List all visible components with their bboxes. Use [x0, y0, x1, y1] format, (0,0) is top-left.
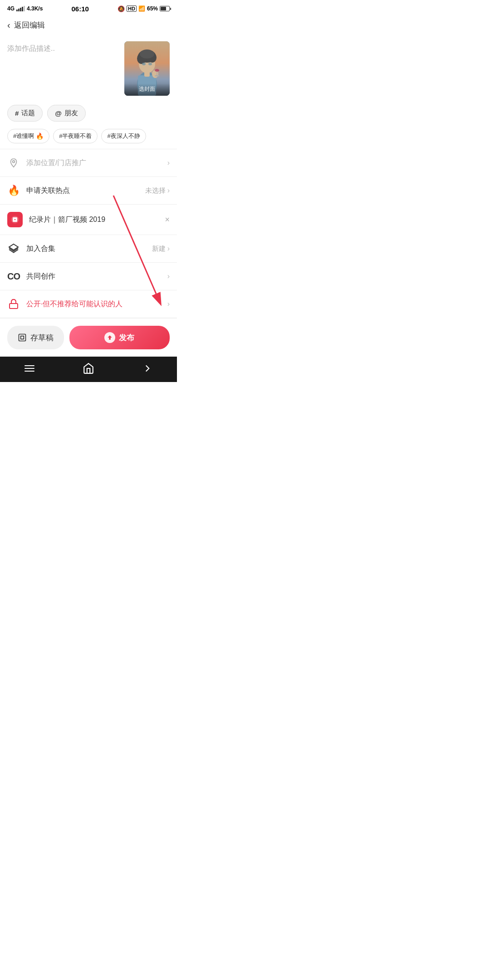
publish-label: 发布	[119, 333, 134, 343]
co-create-label: 共同创作	[26, 272, 55, 281]
svg-point-15	[13, 161, 15, 163]
privacy-content: 公开·但不推荐给可能认识的人 ›	[26, 299, 170, 309]
time-display: 06:10	[72, 5, 89, 13]
location-chevron: ›	[167, 159, 170, 167]
co-create-right: ›	[167, 272, 170, 280]
fire-icon-1: 🔥	[36, 132, 44, 140]
location-right: ›	[167, 159, 170, 167]
svg-point-14	[155, 75, 159, 77]
page: 4G 4.3K/s 06:10 🔕 HD 📶 65% ‹	[0, 0, 177, 382]
svg-point-12	[155, 69, 159, 72]
back-nav-icon	[142, 363, 153, 374]
location-svg	[9, 158, 19, 168]
location-label: 添加位置/门店推广	[26, 158, 86, 168]
wifi-icon: 📶	[138, 5, 145, 12]
alarm-icon: 🔕	[118, 5, 125, 12]
bottom-bar: 存草稿 发布	[0, 318, 177, 357]
hashtag-text-2: #半夜睡不着	[59, 132, 92, 140]
home-icon	[83, 363, 94, 374]
co-icon: CO	[7, 270, 20, 283]
back-button[interactable]: ‹	[7, 20, 10, 30]
svg-point-10	[148, 63, 152, 65]
hd-label: HD	[127, 5, 137, 12]
thumbnail-label[interactable]: 选封面	[124, 83, 170, 96]
nav-menu-button[interactable]	[16, 361, 43, 376]
friend-label: 朋友	[64, 109, 78, 118]
battery-label: 65%	[147, 5, 158, 12]
privacy-label: 公开·但不推荐给可能认识的人	[26, 299, 122, 309]
svg-point-8	[140, 49, 154, 59]
play-icon	[10, 215, 20, 224]
video-tag-close[interactable]: ×	[165, 215, 170, 225]
hashtag-chip-3[interactable]: #夜深人不静	[101, 129, 146, 143]
layers-svg	[8, 243, 19, 254]
upload-circle-icon	[104, 332, 115, 343]
svg-rect-26	[21, 337, 23, 339]
hotspot-content: 申请关联热点 未选择 ›	[26, 186, 170, 196]
main-content: 添加作品描述..	[0, 36, 177, 318]
mention-button[interactable]: @ 朋友	[47, 105, 86, 122]
hash-icon: #	[15, 109, 19, 117]
tags-row: # 话题 @ 朋友	[0, 101, 177, 125]
speed-label: 4.3K/s	[27, 5, 43, 12]
hashtags-row: #谁懂啊 🔥 #半夜睡不着 #夜深人不静	[0, 125, 177, 149]
co-create-chevron: ›	[167, 272, 170, 280]
menu-icon	[24, 365, 34, 372]
header-title: 返回编辑	[14, 20, 45, 30]
svg-point-19	[15, 219, 16, 220]
privacy-right: ›	[167, 300, 170, 308]
hotspot-chevron: ›	[167, 186, 170, 195]
draft-icon	[18, 333, 27, 342]
hashtag-text-3: #夜深人不静	[107, 132, 140, 140]
upload-arrow-icon	[107, 334, 113, 341]
header: ‹ 返回编辑	[0, 16, 177, 36]
description-input[interactable]: 添加作品描述..	[7, 41, 119, 54]
hotspot-right: 未选择 ›	[145, 186, 170, 195]
hotspot-icon: 🔥	[7, 184, 20, 197]
topic-button[interactable]: # 话题	[7, 105, 43, 122]
nav-home-button[interactable]	[75, 361, 102, 376]
collection-content: 加入合集 新建 ›	[26, 244, 170, 254]
draft-label: 存草稿	[30, 333, 54, 343]
co-create-row[interactable]: CO 共同创作 ›	[0, 263, 177, 290]
svg-point-9	[142, 63, 146, 65]
hashtag-chip-1[interactable]: #谁懂啊 🔥	[7, 129, 49, 143]
co-create-content: 共同创作 ›	[26, 272, 170, 281]
content-area: 添加作品描述..	[0, 36, 177, 101]
hotspot-status: 未选择	[145, 186, 166, 195]
signal-bars	[16, 6, 25, 11]
status-bar: 4G 4.3K/s 06:10 🔕 HD 📶 65%	[0, 0, 177, 16]
battery-icon	[160, 6, 170, 11]
thumbnail-container[interactable]: 选封面	[124, 41, 170, 96]
privacy-chevron: ›	[167, 300, 170, 308]
hotspot-label: 申请关联热点	[26, 186, 70, 196]
status-right: 🔕 HD 📶 65%	[118, 5, 170, 12]
hashtag-text-1: #谁懂啊	[13, 132, 34, 140]
video-tag-label: 纪录片｜箭厂视频 2019	[29, 215, 105, 225]
location-icon	[7, 157, 20, 169]
collection-action: 新建	[152, 245, 166, 253]
layers-icon	[7, 242, 20, 255]
lock-svg	[8, 299, 19, 309]
video-tag-row[interactable]: 纪录片｜箭厂视频 2019 ×	[0, 205, 177, 235]
hashtag-chip-2[interactable]: #半夜睡不着	[53, 129, 98, 143]
privacy-row[interactable]: 公开·但不推荐给可能认识的人 ›	[0, 290, 177, 318]
draft-button[interactable]: 存草稿	[7, 326, 64, 349]
topic-label: 话题	[21, 109, 35, 118]
app-red-icon	[7, 212, 23, 227]
collection-chevron: ›	[167, 245, 170, 253]
status-left: 4G 4.3K/s	[7, 5, 43, 12]
collection-label: 加入合集	[26, 244, 55, 254]
at-icon: @	[55, 109, 62, 117]
location-content: 添加位置/门店推广 ›	[26, 158, 170, 168]
network-label: 4G	[7, 5, 15, 12]
lock-icon	[7, 298, 20, 310]
hotspot-row[interactable]: 🔥 申请关联热点 未选择 ›	[0, 177, 177, 204]
video-tag-content: 纪录片｜箭厂视频 2019 ×	[29, 215, 170, 225]
collection-right: 新建 ›	[152, 245, 170, 253]
nav-back-button[interactable]	[134, 361, 161, 376]
publish-button[interactable]: 发布	[69, 326, 170, 349]
location-row[interactable]: 添加位置/门店推广 ›	[0, 149, 177, 176]
nav-bar	[0, 357, 177, 382]
collection-row[interactable]: 加入合集 新建 ›	[0, 235, 177, 262]
